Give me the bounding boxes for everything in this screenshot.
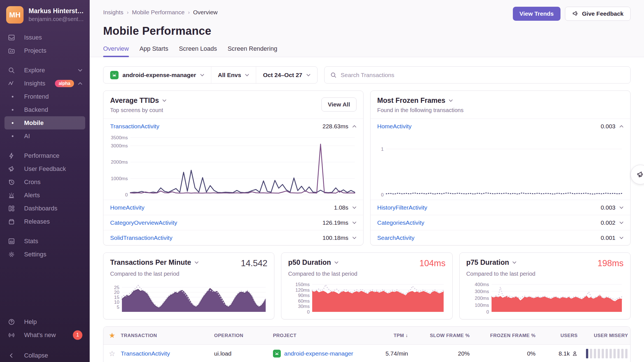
chevron-down-icon[interactable] <box>352 221 356 224</box>
sidebar-item-stats[interactable]: Stats <box>0 235 90 248</box>
search-icon <box>330 72 337 78</box>
frozen-row-expanded[interactable]: HomeActivity 0.003 <box>370 119 630 134</box>
transaction-link[interactable]: HistoryFilterActivity <box>377 204 427 211</box>
col-users[interactable]: USERS <box>538 333 580 338</box>
transaction-link[interactable]: CategoryOverviewActivity <box>110 219 177 226</box>
view-trends-button[interactable]: View Trends <box>513 7 560 21</box>
chevron-down-icon <box>162 99 166 102</box>
ttid-row[interactable]: SolidTransactionActivity 100.18ms <box>103 230 363 245</box>
date-range-selector[interactable]: Oct 24–Oct 27 <box>256 67 317 83</box>
sidebar-item-crons[interactable]: Crons <box>0 175 90 189</box>
tpm-title-select[interactable]: Transactions Per Minute <box>110 258 199 266</box>
chevron-down-icon[interactable] <box>619 206 624 209</box>
svg-text:3000ms: 3000ms <box>111 143 128 148</box>
col-transaction[interactable]: TRANSACTION <box>121 333 214 338</box>
svg-text:30ms: 30ms <box>298 304 310 309</box>
chevron-down-icon <box>512 261 516 264</box>
sidebar-item-explore[interactable]: Explore <box>0 64 90 77</box>
clock-icon <box>8 178 15 186</box>
col-user-misery[interactable]: USER MISERY <box>580 333 630 338</box>
frozen-frames-chart: 10 <box>373 134 624 198</box>
tab-app-starts[interactable]: App Starts <box>140 45 168 57</box>
sidebar-item-backend[interactable]: Backend <box>4 103 85 116</box>
project-link[interactable]: android-expense-manager <box>284 350 353 357</box>
svg-text:200ms: 200ms <box>475 296 489 301</box>
frozen-row[interactable]: CategoriesActivity 0.002 <box>370 215 630 230</box>
sidebar-item-alerts[interactable]: Alerts <box>0 189 90 202</box>
sidebar-item-frontend[interactable]: Frontend <box>4 90 85 103</box>
search-input[interactable] <box>341 72 625 78</box>
sidebar-item-mobile[interactable]: Mobile <box>4 116 85 129</box>
slow-frame-cell: 20% <box>410 350 472 357</box>
project-selector[interactable]: android-expense-manager <box>103 67 211 83</box>
transaction-link[interactable]: SearchActivity <box>377 235 414 241</box>
sidebar-item-releases[interactable]: Releases <box>0 215 90 228</box>
give-feedback-button[interactable]: Give Feedback <box>565 7 631 21</box>
chevron-down-icon[interactable] <box>619 236 624 239</box>
breadcrumb-mobile-performance[interactable]: Mobile Performance <box>132 9 185 16</box>
svg-text:100ms: 100ms <box>475 303 489 308</box>
frozen-frames-subtitle: Found in the following transactions <box>377 107 624 113</box>
sidebar-item-help[interactable]: Help <box>0 315 90 328</box>
android-project-icon <box>273 350 281 358</box>
svg-text:60ms: 60ms <box>298 298 310 304</box>
environment-selector[interactable]: All Envs <box>211 67 256 83</box>
sidebar: MH Markus Hinterst… benjamin.coe@sent… I… <box>0 0 90 362</box>
col-frozen-frame[interactable]: FROZEN FRAME % <box>472 333 538 338</box>
average-ttids-title-select[interactable]: Average TTIDs <box>110 96 356 105</box>
view-all-button[interactable]: View All <box>321 98 356 112</box>
chevron-down-icon[interactable] <box>619 221 624 224</box>
transaction-link[interactable]: HomeActivity <box>377 123 412 130</box>
sidebar-item-performance[interactable]: Performance <box>0 149 90 162</box>
table-header-row: ★ TRANSACTION OPERATION PROJECT TPM ↓ SL… <box>103 327 630 345</box>
sidebar-item-settings[interactable]: Settings <box>0 248 90 261</box>
sidebar-item-issues[interactable]: Issues <box>0 31 90 44</box>
transaction-link[interactable]: HomeActivity <box>110 204 145 211</box>
col-operation[interactable]: OPERATION <box>214 333 273 338</box>
col-slow-frame[interactable]: SLOW FRAME % <box>410 333 472 338</box>
svg-text:1: 1 <box>381 147 384 152</box>
p75-title-select[interactable]: p75 Duration <box>466 258 517 266</box>
sidebar-collapse-button[interactable]: Collapse <box>0 349 90 362</box>
average-ttids-panel: Average TTIDs Top screens by count View … <box>103 90 363 245</box>
transaction-link[interactable]: SolidTransactionActivity <box>110 235 172 241</box>
tab-screen-loads[interactable]: Screen Loads <box>179 45 217 57</box>
user-menu[interactable]: MH Markus Hinterst… benjamin.coe@sent… <box>0 0 90 26</box>
operation-cell: ui.load <box>214 350 273 357</box>
sidebar-item-projects[interactable]: Projects <box>0 44 90 57</box>
star-outline-icon[interactable]: ☆ <box>103 349 121 358</box>
col-tpm[interactable]: TPM ↓ <box>368 333 410 338</box>
filter-bar: android-expense-manager All Envs Oct 24–… <box>103 66 631 83</box>
tab-overview[interactable]: Overview <box>103 45 129 57</box>
star-filled-icon[interactable]: ★ <box>103 331 121 340</box>
ttid-row[interactable]: CategoryOverviewActivity 126.19ms <box>103 215 363 230</box>
sidebar-item-whats-new[interactable]: What's new 1 <box>0 328 90 342</box>
frozen-row[interactable]: SearchActivity 0.001 <box>370 230 630 245</box>
ttid-row[interactable]: HomeActivity 1.08s <box>103 200 363 215</box>
average-ttids-subtitle: Top screens by count <box>110 107 356 113</box>
sidebar-item-insights[interactable]: Insights alpha <box>0 77 90 90</box>
ttid-row-expanded[interactable]: TransactionActivity 228.63ms <box>103 119 363 134</box>
p50-title-select[interactable]: p50 Duration <box>288 258 339 266</box>
sidebar-item-user-feedback[interactable]: User Feedback <box>0 162 90 175</box>
tab-screen-rendering[interactable]: Screen Rendering <box>228 45 277 57</box>
chevron-up-icon[interactable] <box>619 125 624 128</box>
gear-icon <box>8 251 15 258</box>
chevron-down-icon[interactable] <box>352 206 356 209</box>
breadcrumb-separator: › <box>188 9 190 15</box>
transaction-link[interactable]: TransactionActivity <box>121 350 170 357</box>
transaction-link[interactable]: CategoriesActivity <box>377 219 424 226</box>
sidebar-item-dashboards[interactable]: Dashboards <box>0 202 90 215</box>
col-project[interactable]: PROJECT <box>273 333 368 338</box>
bullet-icon <box>12 109 13 111</box>
chevron-down-icon[interactable] <box>352 236 356 239</box>
frozen-row[interactable]: HistoryFilterActivity 0.003 <box>370 200 630 215</box>
breadcrumb-insights[interactable]: Insights <box>103 9 123 16</box>
transaction-link[interactable]: TransactionActivity <box>110 123 159 130</box>
sidebar-item-ai[interactable]: AI <box>4 129 85 143</box>
tpm-cell: 5.74/min <box>368 350 410 357</box>
frozen-frames-title-select[interactable]: Most Frozen Frames <box>377 96 624 105</box>
p50-chart: 150ms120ms90ms60ms30ms0 <box>288 281 445 315</box>
chevron-up-icon[interactable] <box>352 125 356 128</box>
user-icon <box>572 351 578 356</box>
